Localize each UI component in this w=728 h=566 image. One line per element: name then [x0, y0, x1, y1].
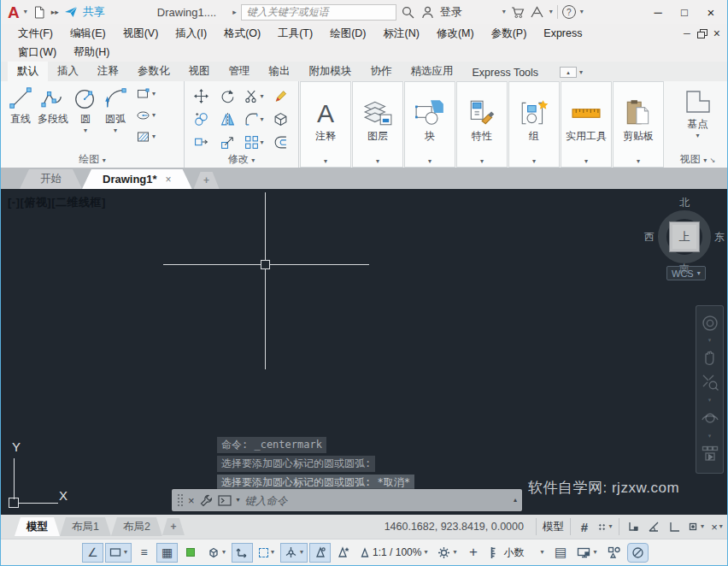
annotation-panel[interactable]: A 注释 ▾: [300, 81, 351, 168]
quick-properties-toggle[interactable]: [179, 543, 201, 563]
command-expand-icon[interactable]: ▴: [514, 497, 517, 504]
zoom-extents-icon[interactable]: [701, 373, 719, 392]
osnap-3d-toggle[interactable]: ×▾: [707, 516, 727, 537]
stretch-button[interactable]: [188, 131, 214, 154]
navwheel-caret-icon[interactable]: ▾: [708, 337, 712, 344]
app-store-cart-icon[interactable]: [510, 4, 525, 20]
search-icon[interactable]: [401, 4, 416, 20]
user-icon[interactable]: [420, 4, 436, 20]
rectangle-caret-icon[interactable]: ▾: [152, 91, 156, 97]
annotation-visibility-toggle[interactable]: [309, 543, 331, 563]
menu-view[interactable]: 视图(V): [114, 27, 167, 41]
arc-button[interactable]: 圆弧 ▾: [103, 85, 128, 134]
navwheel-icon[interactable]: [701, 315, 719, 332]
annotation-monitor-button[interactable]: +: [462, 543, 484, 563]
ribbon-collapse-caret-icon[interactable]: ▾: [579, 69, 583, 76]
showmotion-icon[interactable]: [701, 445, 719, 463]
menu-express[interactable]: Express: [535, 27, 590, 39]
minimize-button[interactable]: ─: [647, 3, 669, 21]
polar-snap-toggle[interactable]: ∠: [82, 543, 103, 563]
ribbon-tab-addins[interactable]: 附加模块: [300, 62, 361, 81]
ribbon-tab-insert[interactable]: 插入: [48, 62, 88, 81]
pan-hand-icon[interactable]: [701, 349, 719, 368]
ribbon-tab-manage[interactable]: 管理: [220, 62, 260, 81]
array-caret-icon[interactable]: ▾: [260, 139, 263, 146]
ellipse-caret-icon[interactable]: ▾: [152, 112, 156, 119]
new-file-icon[interactable]: [32, 4, 47, 20]
layout1-tab[interactable]: 布局1: [60, 517, 111, 536]
dynamic-input-toggle[interactable]: ▾: [105, 543, 132, 563]
block-panel[interactable]: 块 ▾: [404, 81, 455, 168]
file-tab-drawing1[interactable]: Drawing1*×: [82, 169, 192, 189]
help-caret-icon[interactable]: ▾: [580, 9, 584, 15]
command-caret-icon[interactable]: ▾: [237, 497, 240, 504]
transparency-toggle[interactable]: ▦: [156, 543, 178, 563]
group-panel[interactable]: 组 ▾: [508, 81, 560, 168]
ribbon-tab-parametric[interactable]: 参数化: [128, 62, 179, 81]
layout2-tab[interactable]: 布局2: [111, 517, 162, 536]
draw-panel-label[interactable]: 绘图 ▾: [1, 152, 184, 167]
group-expand-icon[interactable]: ▾: [532, 158, 536, 165]
file-tab-close-icon[interactable]: ×: [166, 174, 172, 186]
wcs-dropdown[interactable]: WCS▾: [666, 266, 706, 280]
rectangle-button[interactable]: ▾: [136, 87, 156, 101]
annotation-scale-control[interactable]: 1:1 / 100%▾: [355, 543, 432, 563]
fillet-caret-icon[interactable]: ▾: [260, 116, 263, 123]
menu-help[interactable]: 帮助(H): [65, 45, 118, 60]
mirror-button[interactable]: [214, 108, 241, 131]
orbit-icon[interactable]: [701, 409, 719, 427]
clipboard-panel[interactable]: 剪贴板 ▾: [613, 81, 664, 168]
rotate-button[interactable]: [214, 85, 241, 108]
ribbon-tab-home[interactable]: 默认: [8, 62, 48, 81]
utilities-expand-icon[interactable]: ▾: [584, 158, 588, 165]
command-prompt-icon[interactable]: [218, 495, 232, 506]
auto-annotation-scale-toggle[interactable]: [332, 543, 354, 563]
menu-modify[interactable]: 修改(M): [428, 27, 483, 41]
ribbon-tab-annotate[interactable]: 注释: [88, 62, 128, 81]
ucs-icon-toggle[interactable]: [232, 543, 253, 563]
polyline-button[interactable]: 多段线: [38, 85, 68, 127]
properties-expand-icon[interactable]: ▾: [480, 158, 484, 165]
layers-panel[interactable]: 图层 ▾: [352, 81, 403, 168]
ribbon-tab-express[interactable]: Express Tools: [463, 64, 549, 81]
model-tab[interactable]: 模型: [15, 517, 60, 536]
menu-insert[interactable]: 插入(I): [167, 27, 215, 41]
gizmo-toggle[interactable]: ▾: [280, 543, 308, 563]
customize-wrench-icon[interactable]: [200, 494, 213, 507]
osnap-tracking-toggle[interactable]: [664, 516, 684, 537]
viewcube-east[interactable]: 东: [714, 230, 725, 245]
help-icon[interactable]: ?: [562, 5, 576, 19]
menu-dimension[interactable]: 标注(N): [375, 27, 428, 41]
viewcube-west[interactable]: 西: [644, 230, 655, 245]
drawing-canvas[interactable]: [-][俯视][二维线框] 北 西 东 南 上 WCS▾ ▾ ▾ ▾ Y X: [1, 189, 727, 515]
trim-caret-icon[interactable]: ▾: [260, 93, 263, 100]
menu-file[interactable]: 文件(F): [9, 27, 62, 41]
circle-button[interactable]: 圆 ▾: [73, 85, 98, 134]
model-space-button[interactable]: 模型: [540, 516, 567, 537]
scale-button[interactable]: [214, 131, 241, 154]
dynamic-ucs-toggle[interactable]: ▾: [203, 543, 230, 563]
clipboard-expand-icon[interactable]: ▾: [637, 158, 640, 165]
block-expand-icon[interactable]: ▾: [428, 158, 432, 165]
fillet-button[interactable]: ▾: [241, 108, 267, 131]
autocad-logo[interactable]: A: [8, 4, 20, 21]
ribbon-tab-view[interactable]: 视图: [179, 62, 220, 81]
osnap-toggle[interactable]: ▾: [684, 516, 707, 537]
menu-format[interactable]: 格式(O): [215, 27, 269, 41]
close-button[interactable]: ×: [700, 3, 722, 21]
mdi-minimize-icon[interactable]: ─: [684, 28, 690, 38]
properties-panel[interactable]: 特性 ▾: [456, 81, 508, 168]
menu-window[interactable]: 窗口(W): [9, 45, 65, 60]
hardware-acceleration-toggle[interactable]: [627, 543, 649, 563]
arc-caret-icon[interactable]: ▾: [114, 127, 117, 134]
viewcube-north[interactable]: 北: [679, 196, 690, 210]
zoom-caret-icon[interactable]: ▾: [708, 397, 712, 404]
search-input[interactable]: [241, 4, 396, 21]
new-drawing-tab-button[interactable]: +: [194, 172, 220, 189]
ribbon-tab-featured[interactable]: 精选应用: [402, 62, 463, 81]
maximize-button[interactable]: □: [673, 3, 696, 21]
modify-panel-label[interactable]: 修改 ▾: [185, 152, 298, 167]
autodesk-app-icon[interactable]: [530, 4, 545, 20]
utilities-panel[interactable]: 实用工具 ▾: [561, 81, 612, 168]
base-point-button[interactable]: 基点 ▾: [666, 81, 728, 139]
